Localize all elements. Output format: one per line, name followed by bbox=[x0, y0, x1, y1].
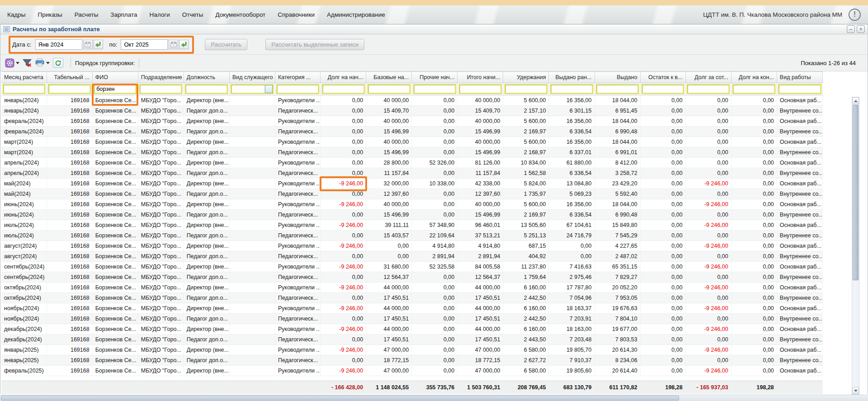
table-row[interactable]: сентябрь(2024)169168Борзенков Се...МБУДО… bbox=[1, 262, 823, 272]
cell-base-accruals[interactable]: 15 409,70 bbox=[366, 106, 412, 116]
cell-debt-start[interactable]: -9 246,00 bbox=[321, 241, 366, 251]
cell-debt-end[interactable]: 0,00 bbox=[731, 168, 777, 179]
cell-category[interactable]: Руководители ... bbox=[275, 158, 320, 168]
filter-input-base-accruals[interactable] bbox=[368, 85, 410, 93]
cell-debt-end[interactable]: 0,00 bbox=[731, 220, 777, 231]
cell-fio[interactable]: Борзенков Се... bbox=[92, 241, 138, 251]
cell-paid[interactable]: 8 412,00 bbox=[594, 158, 640, 168]
cell-other-accruals[interactable]: 0,00 bbox=[412, 283, 458, 293]
cell-position[interactable]: Педагог доп.о... bbox=[184, 272, 229, 283]
table-row[interactable]: февраль(2024)169168Борзенков Се...МБУДО … bbox=[1, 127, 823, 137]
cell-employee-type[interactable] bbox=[229, 241, 275, 251]
cell-fio[interactable]: Борзенков Се... bbox=[92, 324, 138, 335]
cell-department[interactable]: МБУДО "Горо... bbox=[138, 272, 184, 283]
cell-debt-end[interactable]: 0,00 bbox=[731, 189, 777, 199]
cell-remainder[interactable]: 0,00 bbox=[640, 355, 685, 366]
cell-paid[interactable]: 3 258,72 bbox=[594, 168, 640, 179]
cell-other-accruals[interactable]: 0,00 bbox=[412, 345, 458, 355]
cell-other-accruals[interactable]: 0,00 bbox=[412, 106, 458, 116]
cell-fio[interactable]: Борзенков Се... bbox=[92, 251, 138, 262]
cell-debt-end[interactable]: 0,00 bbox=[731, 293, 777, 303]
cell-tab-number[interactable]: 169168 bbox=[47, 127, 92, 137]
cell-other-accruals[interactable]: 57 348,90 bbox=[412, 220, 458, 231]
cell-other-accruals[interactable]: 0,00 bbox=[412, 127, 458, 137]
table-row[interactable]: январь(2025)169168Борзенков Се...МБУДО "… bbox=[1, 355, 823, 366]
cell-department[interactable]: МБУДО "Горо... bbox=[138, 314, 184, 324]
cell-base-accruals[interactable]: 28 800,00 bbox=[366, 158, 412, 168]
cell-work-type[interactable]: Основная раб... bbox=[777, 366, 822, 376]
menu-item-nalogi[interactable]: Налоги bbox=[149, 11, 170, 18]
cell-fio[interactable]: Борзенков Се... bbox=[92, 106, 138, 116]
cell-total-accruals[interactable]: 47 000,00 bbox=[458, 366, 503, 376]
filter-input-department[interactable] bbox=[140, 85, 181, 93]
cell-fio[interactable]: Борзенков Се... bbox=[92, 127, 138, 137]
cell-work-type[interactable]: Внутреннее со... bbox=[777, 210, 822, 220]
column-header-paid[interactable]: Выдано bbox=[594, 72, 640, 83]
cell-paid[interactable]: 7 953,05 bbox=[594, 293, 640, 303]
cell-category[interactable]: Руководители ... bbox=[275, 137, 320, 147]
filter-input-debt-employee[interactable] bbox=[688, 85, 729, 93]
cell-total-accruals[interactable]: 84 005,58 bbox=[458, 262, 503, 272]
cell-department[interactable]: МБУДО "Горо... bbox=[138, 251, 184, 262]
cell-position[interactable]: Педагог доп.о... bbox=[184, 168, 229, 179]
cell-work-type[interactable]: Внутреннее со... bbox=[777, 355, 822, 366]
cell-debt-employee[interactable]: 0,00 bbox=[685, 272, 731, 283]
cell-month[interactable]: август(2024) bbox=[1, 251, 47, 262]
cell-paid-earlier[interactable]: 19 805,60 bbox=[549, 366, 594, 376]
column-header-debt-end[interactable]: Долг на кон... bbox=[731, 72, 777, 83]
cell-base-accruals[interactable]: 17 450,51 bbox=[366, 314, 412, 324]
cell-debt-employee[interactable]: -9 246,00 bbox=[685, 179, 731, 189]
cell-paid[interactable]: 18 044,00 bbox=[594, 95, 640, 106]
table-row[interactable]: март(2024)169168Борзенков Се...МБУДО "Го… bbox=[1, 137, 823, 147]
date-to-calendar-icon[interactable] bbox=[169, 40, 178, 49]
cell-other-accruals[interactable]: 0,00 bbox=[412, 137, 458, 147]
cell-month[interactable]: февраль(2024) bbox=[1, 116, 47, 127]
cell-debt-start[interactable]: 0,00 bbox=[321, 95, 366, 106]
cell-deductions[interactable]: 5 824,00 bbox=[503, 179, 549, 189]
cell-paid[interactable]: 7 545,29 bbox=[594, 231, 640, 241]
cell-debt-employee[interactable]: -9 246,00 bbox=[685, 366, 731, 376]
cell-position[interactable]: Директор (вне... bbox=[184, 283, 229, 293]
cell-debt-end[interactable]: 0,00 bbox=[731, 158, 777, 168]
cell-fio[interactable]: Борзенков Се... bbox=[92, 210, 138, 220]
cell-debt-employee[interactable]: 0,00 bbox=[685, 293, 731, 303]
cell-tab-number[interactable]: 169168 bbox=[47, 345, 92, 355]
cell-position[interactable]: Директор (вне... bbox=[184, 199, 229, 210]
cell-other-accruals[interactable]: 22 109,64 bbox=[412, 231, 458, 241]
cell-remainder[interactable]: 0,00 bbox=[640, 303, 685, 314]
cell-debt-start[interactable]: 0,00 bbox=[321, 231, 366, 241]
cell-category[interactable]: Педагогическ... bbox=[275, 293, 320, 303]
cell-fio[interactable]: Борзенков Се... bbox=[92, 168, 138, 179]
cell-deductions[interactable]: 2 443,50 bbox=[503, 335, 549, 345]
cell-debt-start[interactable]: 0,00 bbox=[321, 137, 366, 147]
cell-debt-employee[interactable]: 0,00 bbox=[685, 335, 731, 345]
cell-debt-end[interactable]: 0,00 bbox=[731, 116, 777, 127]
cell-deductions[interactable]: 6 580,00 bbox=[503, 345, 549, 355]
vertical-scroll-thumb[interactable] bbox=[853, 105, 859, 280]
cell-paid[interactable]: 19 677,00 bbox=[594, 324, 640, 335]
cell-paid-earlier[interactable]: 16 356,00 bbox=[549, 137, 594, 147]
cell-debt-employee[interactable]: -9 246,00 bbox=[685, 262, 731, 272]
cell-debt-start[interactable]: 0,00 bbox=[321, 355, 366, 366]
table-row[interactable]: январь(2025)169168Борзенков Се...МБУДО "… bbox=[1, 345, 823, 355]
cell-category[interactable]: Педагогическ... bbox=[275, 231, 320, 241]
cell-debt-employee[interactable]: 0,00 bbox=[685, 147, 731, 158]
cell-other-accruals[interactable]: 0,00 bbox=[412, 168, 458, 179]
cell-month[interactable]: ноябрь(2024) bbox=[1, 314, 47, 324]
table-row[interactable]: май(2024)169168Борзенков Се...МБУДО "Гор… bbox=[1, 189, 823, 199]
cell-category[interactable]: Педагогическ... bbox=[275, 251, 320, 262]
column-header-remainder[interactable]: Остаток к в... bbox=[640, 72, 685, 83]
cell-month[interactable]: август(2024) bbox=[1, 241, 47, 251]
table-row[interactable]: февраль(2024)169168Борзенков Се...МБУДО … bbox=[1, 116, 823, 127]
cell-fio[interactable]: Борзенков Се... bbox=[92, 314, 138, 324]
cell-other-accruals[interactable]: 0,00 bbox=[412, 293, 458, 303]
cell-other-accruals[interactable]: 4 914,80 bbox=[412, 241, 458, 251]
cell-other-accruals[interactable]: 0,00 bbox=[412, 147, 458, 158]
filter-input-category[interactable] bbox=[277, 85, 318, 93]
employee-type-dropdown-icon[interactable] bbox=[265, 85, 273, 93]
menu-item-spravochniki[interactable]: Справочники bbox=[278, 11, 315, 18]
menu-item-kadry[interactable]: Кадры bbox=[7, 11, 25, 18]
cell-employee-type[interactable] bbox=[229, 158, 275, 168]
cell-paid[interactable]: 23 429,20 bbox=[594, 179, 640, 189]
cell-debt-start[interactable]: 0,00 bbox=[321, 335, 366, 345]
